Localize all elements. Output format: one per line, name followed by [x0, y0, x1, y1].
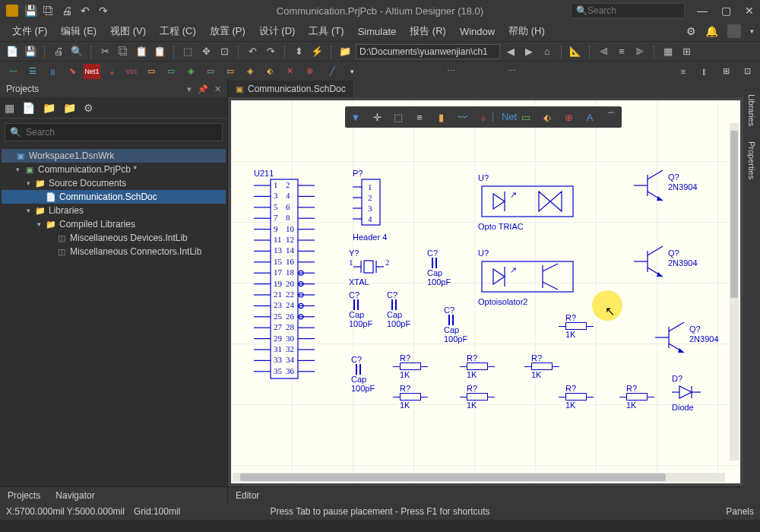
tree-lib1[interactable]: ◫Miscellaneous Devices.IntLib [2, 231, 226, 245]
schematic-canvas[interactable]: ▼ ✛ ⬚ ≡ ▮ 〰 ⏚ ⎸Net ▭ ⬖ ⊕ A ⌒ U211 [231, 100, 740, 483]
line-icon[interactable]: ╱ [324, 64, 340, 79]
doc-icon[interactable]: 📄 [22, 102, 35, 114]
settings-icon[interactable]: ⚙ [686, 25, 696, 37]
no-erc-icon[interactable]: ✕ [281, 64, 298, 79]
more-icon[interactable]: ⋯ [442, 64, 459, 79]
tree-compiled-libs[interactable]: ▾📁Compiled Libraries [2, 217, 226, 231]
component-optoisolator[interactable]: U? ↗ Optoisolator2 [478, 249, 577, 306]
menu-project[interactable]: 工程 (C) [154, 22, 202, 40]
component-xtal[interactable]: Y? 1 2 XTAL [349, 249, 391, 287]
component-transistor[interactable]: Q? 2N3904 [655, 321, 693, 356]
device-sheet-icon[interactable]: ▭ [202, 64, 219, 79]
sheet-icon[interactable]: ▭ [518, 109, 534, 125]
component-cap[interactable]: C? Cap 100pF [387, 290, 410, 328]
component-cap[interactable]: C? Cap 100pF [427, 249, 451, 287]
undo-icon[interactable]: ↶ [79, 5, 91, 17]
align-center-icon[interactable]: ≡ [614, 44, 629, 59]
power-port-icon[interactable]: ⏚ [103, 64, 120, 79]
component-res[interactable]: R?1K [565, 384, 587, 410]
align-icon[interactable]: ≡ [412, 109, 427, 125]
folder2-icon[interactable]: 📁 [63, 102, 76, 114]
tree-project[interactable]: ▾▣Communication.PrjPcb * [2, 163, 226, 176]
port2-icon[interactable]: ⬖ [540, 109, 555, 125]
browse-icon[interactable]: 📁 [337, 44, 353, 59]
tab-libraries[interactable]: Libraries [746, 88, 758, 132]
component-transistor[interactable]: Q? 2N3904 [634, 169, 672, 204]
component-u211[interactable]: U211 12345678910111213141516171819202122… [254, 169, 315, 385]
component-cap[interactable]: C? Cap 100pF [351, 355, 375, 393]
component-res[interactable]: R?1K [626, 384, 648, 410]
menu-simulate[interactable]: Simulate [352, 24, 403, 40]
cut-icon[interactable]: ✂ [97, 44, 112, 59]
nav-back-icon[interactable]: ◀ [503, 44, 518, 59]
menu-tools[interactable]: 工具 (T) [302, 22, 350, 40]
horizontal-scrollbar[interactable] [233, 473, 725, 482]
component-transistor[interactable]: Q? 2N3904 [634, 245, 672, 280]
align-v-icon[interactable]: ⫿ [696, 64, 713, 79]
more2-icon[interactable]: ⋯ [503, 64, 520, 79]
undo-icon[interactable]: ↶ [245, 44, 260, 59]
align-right-icon[interactable]: ⫸ [632, 44, 648, 59]
signal-harness-icon[interactable]: ⫼ [44, 64, 61, 79]
print-icon[interactable]: 🖨 [61, 5, 73, 17]
cross-probe-icon[interactable]: ⚡ [309, 44, 325, 59]
menu-place[interactable]: 放置 (P) [204, 22, 252, 40]
menu-reports[interactable]: 报告 (R) [404, 22, 452, 40]
component-diode[interactable]: D? Diode [672, 374, 702, 412]
redo-icon[interactable]: ↷ [97, 5, 109, 17]
component-res[interactable]: R?1K [531, 353, 553, 379]
copy-icon[interactable]: ⿻ [116, 44, 131, 59]
editor-tab[interactable]: ▣ Communication.SchDoc [228, 81, 354, 97]
filter-icon[interactable]: ▼ [348, 109, 363, 125]
panel-search-input[interactable] [26, 127, 217, 138]
net-label-icon[interactable]: Net1 [84, 64, 100, 79]
component-res[interactable]: R?1K [400, 384, 421, 410]
space-icon[interactable]: ⊡ [739, 64, 755, 79]
menu-view[interactable]: 视图 (V) [104, 22, 152, 40]
panel-search[interactable]: 🔍 [5, 123, 223, 141]
dropdown-icon[interactable]: ▾ [750, 27, 754, 35]
notification-icon[interactable]: 🔔 [705, 25, 718, 37]
tree-libraries[interactable]: ▾📁Libraries [2, 204, 226, 217]
redo-icon[interactable]: ↷ [263, 44, 278, 59]
component-cap[interactable]: C? Cap 100pF [349, 290, 372, 328]
component-header[interactable]: P? 1 2 3 4 Header 4 [353, 169, 391, 242]
component-opto-triac[interactable]: U? ↗ Opto TRIAC [478, 173, 577, 231]
nav-home-icon[interactable]: ⌂ [540, 44, 555, 59]
sheet-symbol-icon[interactable]: ▭ [163, 64, 179, 79]
maximize-icon[interactable]: ▢ [721, 5, 731, 17]
global-search[interactable]: 🔍 [571, 3, 685, 18]
snap-icon[interactable]: ⊞ [679, 44, 694, 59]
measure-icon[interactable]: 📐 [568, 44, 583, 59]
sheet-entry-icon[interactable]: ◈ [182, 64, 199, 79]
panels-button[interactable]: Panels [726, 506, 754, 517]
crosshair-icon[interactable]: ✛ [369, 109, 385, 125]
tab-properties[interactable]: Properties [746, 135, 758, 185]
path-display[interactable]: D:\Documents\yuanwenjian\ch1 [356, 44, 500, 59]
dropdown-icon[interactable]: ▾ [344, 64, 360, 79]
harness-conn-icon[interactable]: ▭ [222, 64, 239, 79]
distribute-icon[interactable]: ⊞ [717, 64, 734, 79]
arc-icon[interactable]: ⌒ [603, 109, 619, 125]
bus-icon[interactable]: ☰ [24, 64, 41, 79]
tree-schdoc[interactable]: 📄Communication.SchDoc [2, 190, 226, 204]
tree-workspace[interactable]: ▣Workspace1.DsnWrk [2, 149, 226, 163]
paste-icon[interactable]: 📋 [134, 44, 149, 59]
deselect-icon[interactable]: ⊡ [217, 44, 232, 59]
folder-icon[interactable]: 📁 [43, 102, 55, 114]
user-icon[interactable] [727, 24, 741, 38]
move-icon[interactable]: ✥ [198, 44, 214, 59]
preview-icon[interactable]: 🔍 [69, 44, 84, 59]
panel-close-icon[interactable]: ✕ [214, 84, 221, 94]
port-icon[interactable]: ⬖ [261, 64, 278, 79]
menu-design[interactable]: 设计 (D) [253, 22, 302, 40]
ground-icon[interactable]: ⏚ [476, 109, 491, 125]
tree-lib2[interactable]: ◫Miscellaneous Connectors.IntLib [2, 245, 226, 258]
bus-entry-icon[interactable]: ⬊ [64, 64, 81, 79]
hierarchy-icon[interactable]: ⬍ [291, 44, 306, 59]
text-icon[interactable]: A [582, 109, 597, 125]
save-icon[interactable]: 💾 [23, 44, 38, 59]
select-icon[interactable]: ⬚ [180, 44, 195, 59]
new-icon[interactable]: 📄 [5, 44, 20, 59]
menu-help[interactable]: 帮助 (H) [502, 22, 551, 40]
